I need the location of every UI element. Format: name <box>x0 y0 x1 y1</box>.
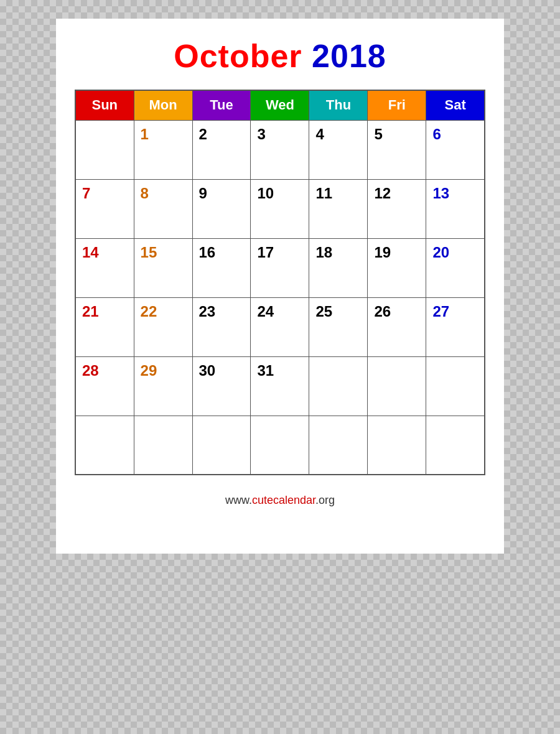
calendar-cell: 13 <box>426 179 485 238</box>
calendar-cell: 21 <box>75 297 134 356</box>
header-fri: Fri <box>368 90 426 120</box>
year-label: 2018 <box>312 38 386 74</box>
header-sat: Sat <box>426 90 485 120</box>
calendar-cell: 23 <box>192 297 251 356</box>
calendar-cell: 16 <box>192 238 251 297</box>
calendar-cell: 3 <box>251 120 309 179</box>
calendar-cell: 30 <box>192 356 251 416</box>
footer-brand: cutecalendar <box>252 494 315 506</box>
calendar-cell <box>251 416 309 475</box>
calendar-cell: 20 <box>426 238 485 297</box>
calendar-cell: 1 <box>134 120 192 179</box>
calendar-cell: 22 <box>134 297 192 356</box>
calendar-cell: 5 <box>368 120 426 179</box>
calendar-cell: 12 <box>368 179 426 238</box>
calendar-cell: 9 <box>192 179 251 238</box>
calendar-cell: 17 <box>251 238 309 297</box>
header-sun: Sun <box>75 90 134 120</box>
calendar-cell: 6 <box>426 120 485 179</box>
footer-suffix: .org <box>315 494 335 506</box>
calendar-cell: 29 <box>134 356 192 416</box>
calendar-cell <box>426 416 485 475</box>
calendar-cell: 8 <box>134 179 192 238</box>
calendar-cell: 26 <box>368 297 426 356</box>
footer-prefix: www. <box>225 494 252 506</box>
header-tue: Tue <box>192 90 251 120</box>
calendar-table: Sun Mon Tue Wed Thu Fri Sat 123456789101… <box>75 90 485 475</box>
calendar-cell <box>426 356 485 416</box>
calendar-cell <box>309 416 368 475</box>
calendar-cell: 24 <box>251 297 309 356</box>
header-mon: Mon <box>134 90 192 120</box>
calendar-cell <box>368 356 426 416</box>
calendar-cell: 14 <box>75 238 134 297</box>
calendar-cell: 31 <box>251 356 309 416</box>
calendar-cell: 10 <box>251 179 309 238</box>
header-thu: Thu <box>309 90 368 120</box>
calendar-cell: 19 <box>368 238 426 297</box>
calendar-cell <box>75 416 134 475</box>
calendar-cell <box>309 356 368 416</box>
calendar-cell <box>134 416 192 475</box>
calendar-cell: 18 <box>309 238 368 297</box>
month-label: October <box>174 38 302 74</box>
header-wed: Wed <box>251 90 309 120</box>
calendar-page: October 2018 Sun Mon Tue Wed Thu Fri Sat… <box>56 19 504 554</box>
calendar-cell: 2 <box>192 120 251 179</box>
calendar-cell: 15 <box>134 238 192 297</box>
calendar-cell <box>75 120 134 179</box>
calendar-cell: 25 <box>309 297 368 356</box>
calendar-cell: 28 <box>75 356 134 416</box>
calendar-cell: 11 <box>309 179 368 238</box>
footer: www.cutecalendar.org <box>225 494 335 507</box>
calendar-cell <box>192 416 251 475</box>
calendar-cell: 27 <box>426 297 485 356</box>
calendar-cell: 4 <box>309 120 368 179</box>
calendar-cell <box>368 416 426 475</box>
calendar-cell: 7 <box>75 179 134 238</box>
calendar-title: October 2018 <box>174 37 386 75</box>
